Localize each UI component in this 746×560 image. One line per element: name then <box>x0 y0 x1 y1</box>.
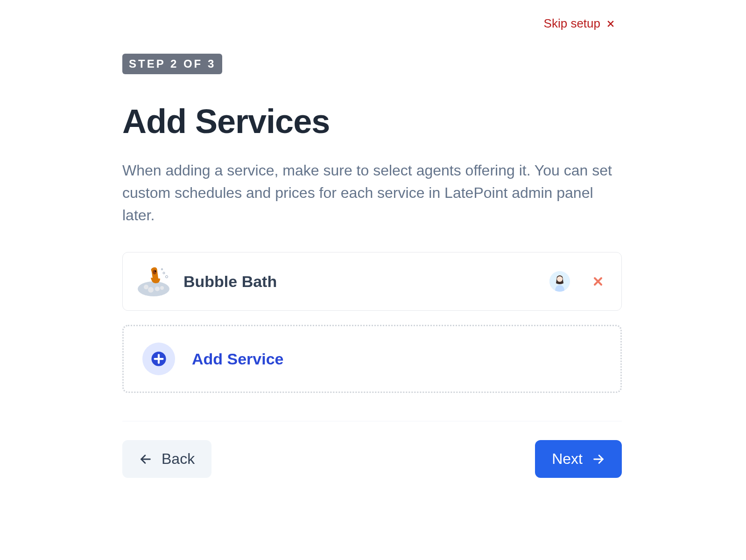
svg-point-10 <box>166 276 168 278</box>
page-description: When adding a service, make sure to sele… <box>122 159 622 226</box>
svg-point-7 <box>153 270 156 274</box>
footer-actions: Back Next <box>122 440 622 478</box>
next-label: Next <box>552 450 583 468</box>
service-name: Bubble Bath <box>183 273 536 291</box>
divider <box>122 421 622 421</box>
back-button[interactable]: Back <box>122 440 211 478</box>
svg-point-9 <box>163 272 165 274</box>
arrow-left-icon <box>139 453 152 466</box>
arrow-right-icon <box>592 453 605 466</box>
remove-service-button[interactable] <box>592 276 604 287</box>
svg-point-3 <box>144 285 148 289</box>
svg-point-5 <box>155 287 160 291</box>
add-service-button[interactable]: Add Service <box>122 325 622 393</box>
step-badge: STEP 2 OF 3 <box>122 54 222 74</box>
service-card[interactable]: Bubble Bath <box>122 252 622 311</box>
add-service-label: Add Service <box>192 350 284 368</box>
svg-point-4 <box>148 287 154 293</box>
page-title: Add Services <box>122 102 622 140</box>
plus-circle-icon <box>142 343 175 375</box>
skip-setup-label: Skip setup <box>544 16 600 31</box>
skip-setup-button[interactable]: Skip setup <box>544 16 615 31</box>
close-icon <box>606 19 615 28</box>
svg-point-8 <box>155 271 156 272</box>
dog-bath-icon <box>137 265 170 298</box>
next-button[interactable]: Next <box>535 440 622 478</box>
wizard-container: STEP 2 OF 3 Add Services When adding a s… <box>122 54 622 478</box>
svg-point-14 <box>557 276 563 282</box>
agent-avatar[interactable] <box>549 271 570 292</box>
back-label: Back <box>162 450 195 468</box>
svg-point-2 <box>138 281 169 296</box>
svg-point-11 <box>162 269 163 270</box>
svg-point-6 <box>160 286 164 290</box>
